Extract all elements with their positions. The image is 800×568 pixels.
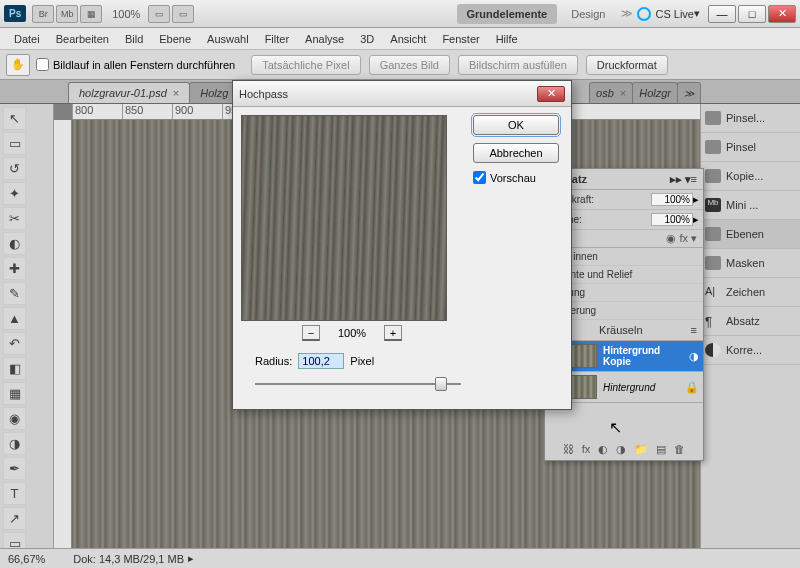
tab-osb[interactable]: osb× [589,82,633,103]
title-bar: Ps Br Mb ▦ 100% ▭ ▭ Grundelemente Design… [0,0,800,28]
workspace-grundelemente[interactable]: Grundelemente [457,4,558,24]
zoom-out-button[interactable]: − [302,325,320,341]
masks-icon [705,256,721,270]
menu-bearbeiten[interactable]: Bearbeiten [48,30,117,48]
dialog-close-button[interactable]: ✕ [537,86,565,102]
clone-icon [705,169,721,183]
preview-checkbox[interactable]: Vorschau [473,171,563,184]
print-size-button[interactable]: Druckformat [586,55,668,75]
menu-3d[interactable]: 3D [352,30,382,48]
tabs-overflow[interactable]: ≫ [677,82,701,103]
stamp-tool[interactable]: ▲ [3,307,26,330]
blur-tool[interactable]: ◉ [3,407,26,430]
layers-icon [705,227,721,241]
screen-mode-button[interactable]: ▭ [172,5,194,23]
radius-slider[interactable] [255,375,461,393]
view-extras-button[interactable]: ▦ [80,5,102,23]
tool-palette: ↖ ▭ ↺ ✦ ✂ ◐ ✚ ✎ ▲ ↶ ◧ ▦ ◉ ◑ ✒ T ↗ ▭ ◈ ◎ … [0,104,54,548]
zoom-in-button[interactable]: + [384,325,402,341]
panel-ebenen[interactable]: Ebenen [701,220,800,249]
dodge-tool[interactable]: ◑ [3,432,26,455]
smartobject-icon: ◑ [689,350,699,363]
radius-unit: Pixel [350,355,374,367]
fill-screen-button[interactable]: Bildschirm ausfüllen [458,55,578,75]
minibridge-icon: Mb [705,198,721,212]
healing-tool[interactable]: ✚ [3,257,26,280]
status-zoom[interactable]: 66,67% [8,553,45,565]
menu-bar: Datei Bearbeiten Bild Ebene Auswahl Filt… [0,28,800,50]
fit-screen-button[interactable]: Ganzes Bild [369,55,450,75]
minibridge-button[interactable]: Mb [56,5,78,23]
marquee-tool[interactable]: ▭ [3,132,26,155]
zoom-level[interactable]: 100% [112,8,140,20]
tab-holzgravur[interactable]: holzgravur-01.psd× [68,82,190,103]
menu-filter[interactable]: Filter [257,30,297,48]
dialog-titlebar[interactable]: Hochpass ✕ [233,81,571,107]
history-brush-tool[interactable]: ↶ [3,332,26,355]
layer-thumbnail[interactable] [569,344,597,368]
cs-live-button[interactable]: CS Live ▾ [637,7,700,21]
mask-icon[interactable]: ◐ [598,443,608,456]
slider-thumb-icon[interactable] [435,377,447,391]
panel-zeichen[interactable]: A|Zeichen [701,278,800,307]
crop-tool[interactable]: ✂ [3,207,26,230]
fx-icon[interactable]: fx [582,443,591,456]
tab-close-icon[interactable]: × [173,87,179,99]
hand-tool-icon[interactable]: ✋ [6,54,30,76]
gradient-tool[interactable]: ▦ [3,382,26,405]
menu-datei[interactable]: Datei [6,30,48,48]
filter-preview[interactable] [241,115,447,321]
panel-kopie[interactable]: Kopie... [701,162,800,191]
panel-pinsel-presets[interactable]: Pinsel... [701,104,800,133]
tab-holzgr[interactable]: Holzgr [632,82,678,103]
type-tool[interactable]: T [3,482,26,505]
link-layers-icon[interactable]: ⛓ [563,443,574,456]
brush-icon [705,140,721,154]
panel-minibridge[interactable]: MbMini ... [701,191,800,220]
pen-tool[interactable]: ✒ [3,457,26,480]
lasso-tool[interactable]: ↺ [3,157,26,180]
fill-input[interactable]: 100% [651,213,693,226]
panel-masken[interactable]: Masken [701,249,800,278]
eraser-tool[interactable]: ◧ [3,357,26,380]
opacity-input[interactable]: 100% [651,193,693,206]
preview-zoom: 100% [338,327,366,339]
trash-icon[interactable]: 🗑 [674,443,685,456]
cancel-button[interactable]: Abbrechen [473,143,559,163]
character-icon: A| [705,285,721,299]
brush-tool[interactable]: ✎ [3,282,26,305]
panel-pinsel[interactable]: Pinsel [701,133,800,162]
arrange-button[interactable]: ▭ [148,5,170,23]
workspace-design[interactable]: Design [561,4,615,24]
adjustment-icon[interactable]: ◑ [616,443,626,456]
workspace-more-icon[interactable]: ≫ [621,7,633,20]
menu-fenster[interactable]: Fenster [434,30,487,48]
close-button[interactable]: ✕ [768,5,796,23]
options-bar: ✋ Bildlauf in allen Fenstern durchführen… [0,50,800,80]
panel-absatz[interactable]: ¶Absatz [701,307,800,336]
magic-wand-tool[interactable]: ✦ [3,182,26,205]
folder-icon[interactable]: 📁 [634,443,648,456]
bridge-button[interactable]: Br [32,5,54,23]
eyedropper-tool[interactable]: ◐ [3,232,26,255]
menu-ebene[interactable]: Ebene [151,30,199,48]
status-bar: 66,67% Dok: 14,3 MB/29,1 MB ▸ [0,548,800,568]
new-layer-icon[interactable]: ▤ [656,443,666,456]
scroll-all-windows-checkbox[interactable]: Bildlauf in allen Fenstern durchführen [36,58,235,71]
menu-auswahl[interactable]: Auswahl [199,30,257,48]
status-doc-size[interactable]: Dok: 14,3 MB/29,1 MB [73,553,184,565]
path-select-tool[interactable]: ↗ [3,507,26,530]
ok-button[interactable]: OK [473,115,559,135]
maximize-button[interactable]: □ [738,5,766,23]
menu-ansicht[interactable]: Ansicht [382,30,434,48]
radius-input[interactable] [298,353,344,369]
cslive-ring-icon [637,7,651,21]
menu-hilfe[interactable]: Hilfe [488,30,526,48]
menu-analyse[interactable]: Analyse [297,30,352,48]
panel-korrekturen[interactable]: Korre... [701,336,800,365]
actual-pixels-button[interactable]: Tatsächliche Pixel [251,55,360,75]
move-tool[interactable]: ↖ [3,107,26,130]
layer-thumbnail[interactable] [569,375,597,399]
menu-bild[interactable]: Bild [117,30,151,48]
minimize-button[interactable]: — [708,5,736,23]
